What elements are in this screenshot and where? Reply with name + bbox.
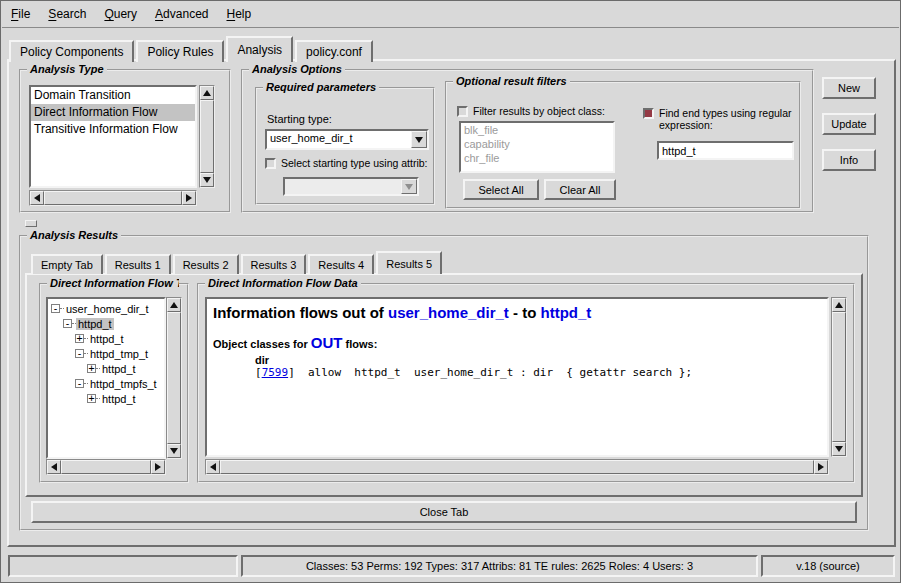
scroll-down-button[interactable] — [832, 442, 846, 456]
menu-file[interactable]: File — [2, 2, 39, 25]
minus-box-icon[interactable]: - — [75, 349, 84, 358]
scroll-left-button[interactable] — [206, 460, 220, 474]
checkbox-indicator — [457, 106, 468, 117]
starting-type-combobox[interactable]: user_home_dir_t — [265, 129, 429, 150]
analysis-type-option[interactable]: Transitive Information Flow — [31, 121, 195, 138]
tab-analysis[interactable]: Analysis — [226, 36, 293, 62]
analysis-type-option[interactable]: Direct Information Flow — [31, 104, 195, 121]
info-button[interactable]: Info — [822, 149, 876, 171]
tree-node[interactable]: -httpd_tmp_t — [48, 346, 164, 361]
tree-node[interactable]: -user_home_dir_t — [48, 301, 164, 316]
scroll-right-button[interactable] — [814, 460, 828, 474]
scrollbar-trough[interactable] — [61, 460, 151, 474]
clear-all-button[interactable]: Clear All — [544, 179, 616, 200]
update-button[interactable]: Update — [822, 113, 876, 135]
scrollbar-thumb[interactable] — [832, 312, 846, 442]
starting-type-label: Starting type: — [267, 113, 332, 125]
starting-type-value: user_home_dir_t — [267, 131, 411, 148]
scrollbar-trough[interactable] — [200, 100, 214, 173]
scroll-left-button[interactable] — [47, 460, 61, 474]
flow-data-vscrollbar[interactable] — [831, 297, 847, 457]
attrib-checkbox[interactable]: Select starting type using attrib: — [265, 157, 431, 169]
scrollbar-thumb[interactable] — [220, 460, 814, 474]
tree-node[interactable]: +httpd_t — [48, 391, 164, 406]
triangle-right-icon — [818, 463, 824, 471]
rule-number-link[interactable]: 7599 — [262, 366, 289, 379]
plus-box-icon[interactable]: + — [75, 334, 84, 343]
tree-node-label[interactable]: user_home_dir_t — [64, 303, 151, 315]
scroll-down-button[interactable] — [200, 173, 214, 187]
filter-by-class-label: Filter results by object class: — [468, 105, 605, 117]
tree-node[interactable]: -httpd_tmpfs_t — [48, 376, 164, 391]
combo-dropdown-button-disabled — [401, 179, 417, 194]
analysis-type-vscrollbar[interactable] — [199, 85, 215, 188]
minus-box-icon[interactable]: - — [63, 319, 72, 328]
source-type: user_home_dir_t — [388, 304, 509, 321]
flow-tree-hscrollbar[interactable] — [46, 459, 166, 475]
status-version: v.18 (source) — [761, 555, 895, 577]
scrollbar-thumb[interactable] — [61, 460, 151, 474]
flow-tree-vscrollbar[interactable] — [166, 297, 182, 459]
attrib-combobox — [283, 177, 419, 196]
close-tab-button[interactable]: Close Tab — [31, 501, 857, 523]
analysis-type-listbox[interactable]: Domain TransitionDirect Information Flow… — [29, 85, 197, 188]
scrollbar-trough[interactable] — [220, 460, 814, 474]
sash-handle[interactable] — [25, 220, 37, 227]
scroll-down-button[interactable] — [167, 444, 181, 458]
results-tab-results-3[interactable]: Results 3 — [241, 254, 307, 274]
flow-tree-title: Direct Information Flow T — [47, 277, 179, 289]
tree-node-label[interactable]: httpd_tmpfs_t — [88, 378, 159, 390]
analysis-type-frame: Analysis Type Domain TransitionDirect In… — [19, 69, 231, 213]
tab-policy-components[interactable]: Policy Components — [9, 40, 134, 62]
scrollbar-thumb[interactable] — [167, 312, 181, 444]
flow-data-hscrollbar[interactable] — [205, 459, 829, 475]
tab-policy-conf[interactable]: policy.conf — [295, 40, 373, 62]
tree-node-label[interactable]: httpd_t — [100, 393, 138, 405]
minus-box-icon[interactable]: - — [75, 379, 84, 388]
results-tab-results-2[interactable]: Results 2 — [173, 254, 239, 274]
combo-dropdown-button[interactable] — [411, 131, 427, 148]
scroll-right-button[interactable] — [182, 191, 196, 205]
tree-node-label[interactable]: httpd_t — [76, 318, 114, 330]
scroll-up-button[interactable] — [200, 86, 214, 100]
flow-tree[interactable]: -user_home_dir_t-httpd_t+httpd_t-httpd_t… — [46, 297, 166, 459]
plus-box-icon[interactable]: + — [87, 364, 96, 373]
scroll-up-button[interactable] — [832, 298, 846, 312]
tree-node[interactable]: +httpd_t — [48, 361, 164, 376]
tree-node[interactable]: +httpd_t — [48, 331, 164, 346]
regex-entry[interactable] — [657, 141, 794, 160]
tree-node-label[interactable]: httpd_t — [100, 363, 138, 375]
menu-advanced[interactable]: Advanced — [146, 2, 217, 25]
menu-query[interactable]: Query — [95, 2, 146, 25]
tab-policy-rules[interactable]: Policy Rules — [136, 40, 224, 62]
results-tab-results-5[interactable]: Results 5 — [376, 251, 442, 274]
analysis-type-option[interactable]: Domain Transition — [31, 87, 195, 104]
scrollbar-trough[interactable] — [832, 312, 846, 442]
tree-node[interactable]: -httpd_t — [48, 316, 164, 331]
regex-checkbox[interactable]: Find end types using regular expression: — [643, 107, 795, 131]
menu-search[interactable]: Search — [39, 2, 95, 25]
select-all-button[interactable]: Select All — [463, 179, 539, 200]
tree-node-label[interactable]: httpd_tmp_t — [88, 348, 150, 360]
rule-line: [7599] allow httpd_t user_home_dir_t : d… — [255, 366, 821, 379]
results-tab-results-4[interactable]: Results 4 — [308, 254, 374, 274]
new-button[interactable]: New — [822, 77, 876, 99]
tree-node-label[interactable]: httpd_t — [88, 333, 126, 345]
filter-by-class-checkbox[interactable]: Filter results by object class: — [457, 105, 637, 117]
minus-box-icon[interactable]: - — [51, 304, 60, 313]
scroll-up-button[interactable] — [167, 298, 181, 312]
results-tab-empty-tab[interactable]: Empty Tab — [31, 254, 103, 274]
text-segment: [ — [255, 366, 262, 379]
scrollbar-thumb[interactable] — [44, 191, 182, 205]
results-tab-results-1[interactable]: Results 1 — [105, 254, 171, 274]
scroll-right-button[interactable] — [151, 460, 165, 474]
scrollbar-thumb[interactable] — [200, 100, 214, 173]
plus-box-icon[interactable]: + — [87, 394, 96, 403]
flow-data-text[interactable]: Information flows out of user_home_dir_t… — [205, 297, 829, 457]
scroll-left-button[interactable] — [30, 191, 44, 205]
analysis-type-hscrollbar[interactable] — [29, 190, 197, 206]
scrollbar-trough[interactable] — [44, 191, 182, 205]
menu-help[interactable]: Help — [217, 2, 260, 25]
object-class-option: capability — [461, 137, 613, 151]
scrollbar-trough[interactable] — [167, 312, 181, 444]
